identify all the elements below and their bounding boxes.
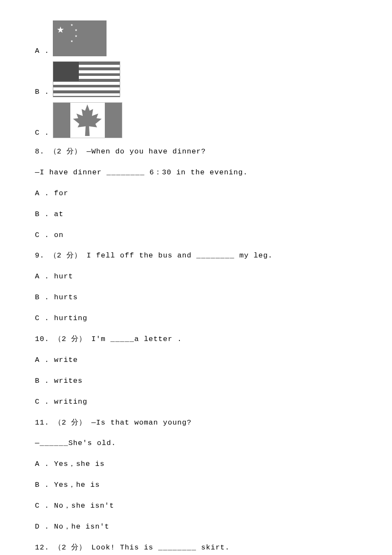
question-8-option-b: B . at <box>35 208 358 221</box>
canada-flag-icon <box>53 102 122 138</box>
question-8-option-c: C . on <box>35 229 358 242</box>
question-11-option-c: C . No，she isn't <box>35 500 358 512</box>
question-10-line1: 10. （2 分） I'm _____a letter . <box>35 333 358 346</box>
question-12-line1: 12. （2 分） Look! This is ________ skirt. <box>35 542 358 554</box>
question-9-option-c: C . hurting <box>35 312 358 325</box>
question-10-option-b: B . writes <box>35 375 358 387</box>
page-content: A . ★ ★ ★ ★ ★ B . C . 8. （2 分） —When do … <box>0 0 392 555</box>
maple-leaf-icon <box>72 104 102 136</box>
question-9-option-a: A . hurt <box>35 271 358 283</box>
question-8-line2: —I have dinner ________ 6：30 in the even… <box>35 167 358 179</box>
option-label-a: A . <box>35 47 49 56</box>
china-flag-icon: ★ ★ ★ ★ ★ <box>53 20 107 56</box>
question-9-line1: 9. （2 分） I fell off the bus and ________… <box>35 250 358 262</box>
question-11-option-b: B . Yes，he is <box>35 479 358 491</box>
usa-flag-icon <box>53 61 120 97</box>
question-11-option-d: D . No，he isn't <box>35 521 358 533</box>
question-11-option-a: A . Yes，she is <box>35 458 358 471</box>
option-c-canada-flag: C . <box>35 102 358 138</box>
question-10-option-c: C . writing <box>35 396 358 408</box>
question-8-option-a: A . for <box>35 188 358 200</box>
option-label-b: B . <box>35 88 49 97</box>
question-9-option-b: B . hurts <box>35 292 358 304</box>
question-11-line2: —______She's old. <box>35 437 358 450</box>
option-b-usa-flag: B . <box>35 61 358 97</box>
option-a-china-flag: A . ★ ★ ★ ★ ★ <box>35 20 358 56</box>
question-11-line1: 11. （2 分） —Is that woman young? <box>35 417 358 429</box>
question-8-line1: 8. （2 分） —When do you have dinner? <box>35 146 358 158</box>
question-10-option-a: A . write <box>35 354 358 367</box>
option-label-c: C . <box>35 129 49 138</box>
